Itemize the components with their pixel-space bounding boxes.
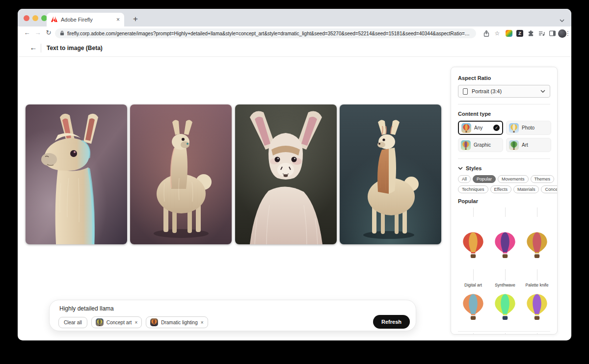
app-header: ← Text to image (Beta) [18,40,571,57]
dramatic-lighting-chip-thumbnail [150,318,158,326]
concept-art-thumbnail [96,318,104,326]
style-neon[interactable]: Neon [490,270,520,325]
styles-title: Styles [466,165,482,171]
extensions-puzzle-icon[interactable] [526,29,535,38]
reload-icon[interactable]: ↻ [44,29,53,36]
styles-tab-movements[interactable]: Movements [498,175,529,183]
tab-search-chevron-icon[interactable] [560,15,564,24]
portrait-icon [463,88,468,95]
remove-chip-icon[interactable]: × [201,320,204,325]
window-close-button[interactable] [24,15,29,21]
settings-sidebar: Aspect Ratio Portrait (3:4) Content type… [451,67,558,335]
prompt-bar: Highly detailed llama Clear all Concept … [49,300,416,331]
content-type-art[interactable]: Art [506,138,551,152]
address-bar[interactable]: firefly.corp.adobe.com/generate/images?p… [55,28,476,38]
back-nav-icon[interactable]: ← [23,29,31,36]
tab-strip: Adobe Firefly × + [18,9,571,26]
any-thumbnail [461,123,471,133]
style-synthwave[interactable]: Synthwave [490,208,520,263]
playlist-extension-icon[interactable] [537,29,546,38]
chevron-down-icon [540,90,545,93]
styles-tab-techniques[interactable]: Techniques [458,185,488,193]
styles-tab-themes[interactable]: Themes [531,175,555,183]
forward-nav-icon[interactable]: → [33,29,42,36]
chip-dramatic-lighting[interactable]: Dramatic lighting × [146,316,208,328]
aspect-ratio-value: Portrait (3:4) [472,88,536,94]
url-text: firefly.corp.adobe.com/generate/images?p… [67,31,471,36]
styles-collapse-chevron-icon[interactable] [458,167,463,170]
neon-thumbnail [490,269,520,335]
aspect-ratio-dropdown[interactable]: Portrait (3:4) [458,85,550,98]
aspect-ratio-label: Aspect Ratio [458,75,550,81]
generated-image-3[interactable] [235,104,337,244]
popular-heading: Popular [458,198,550,204]
color-extension-icon[interactable] [505,29,513,38]
styles-tab-effects[interactable]: Effects [490,185,511,193]
browser-window: Adobe Firefly × + ← → ↻ firefly.corp.ado… [18,9,571,340]
tab-close-icon[interactable]: × [116,16,120,23]
style-layered-paper[interactable]: Layered paper [458,270,488,325]
layered-paper-thumbnail [458,269,488,335]
photo-thumbnail [509,123,519,133]
styles-tab-concepts[interactable]: Concepts [541,185,558,193]
z-extension-icon[interactable]: Z [515,29,524,38]
content-type-photo[interactable]: Photo [506,121,551,135]
styles-tab-all[interactable]: All [458,175,471,183]
selected-check-icon: ✓ [493,125,500,131]
lock-icon [60,29,64,38]
generated-image-4[interactable] [340,104,441,244]
refresh-button[interactable]: Refresh [373,315,410,329]
style-chaotic[interactable]: Chaotic [522,270,552,325]
remove-chip-icon[interactable]: × [134,320,137,325]
prompt-input[interactable]: Highly detailed llama [59,305,114,312]
app-back-button[interactable]: ← [28,43,38,52]
chaotic-thumbnail [522,269,552,335]
adobe-favicon-icon [51,15,57,24]
styles-tab-materials[interactable]: Materials [513,185,539,193]
side-panel-icon[interactable] [548,29,557,38]
page-title: Text to image (Beta) [47,45,103,52]
art-thumbnail [509,140,519,150]
chip-concept-art[interactable]: Concept art × [91,316,142,328]
browser-tab[interactable]: Adobe Firefly × [47,13,124,26]
generated-image-1[interactable] [26,104,127,244]
style-palette-knife[interactable]: Palette knife [522,208,552,263]
share-icon[interactable] [482,29,491,38]
generated-image-2[interactable] [130,104,232,244]
content-type-graphic[interactable]: Graphic [458,138,503,152]
tab-title: Adobe Firefly [61,17,113,23]
graphic-thumbnail [461,140,471,150]
styles-tab-popular[interactable]: Popular [473,175,496,183]
content-type-any[interactable]: Any ✓ [458,121,503,135]
window-minimize-button[interactable] [32,15,38,21]
clear-all-button[interactable]: Clear all [58,317,87,328]
content-type-label: Content type [458,111,550,117]
bookmark-star-icon[interactable]: ☆ [493,29,502,38]
browser-menu-icon[interactable]: ⋮ [563,29,571,38]
style-digital-art[interactable]: Digital art [458,208,488,263]
new-tab-button[interactable]: + [130,13,141,25]
